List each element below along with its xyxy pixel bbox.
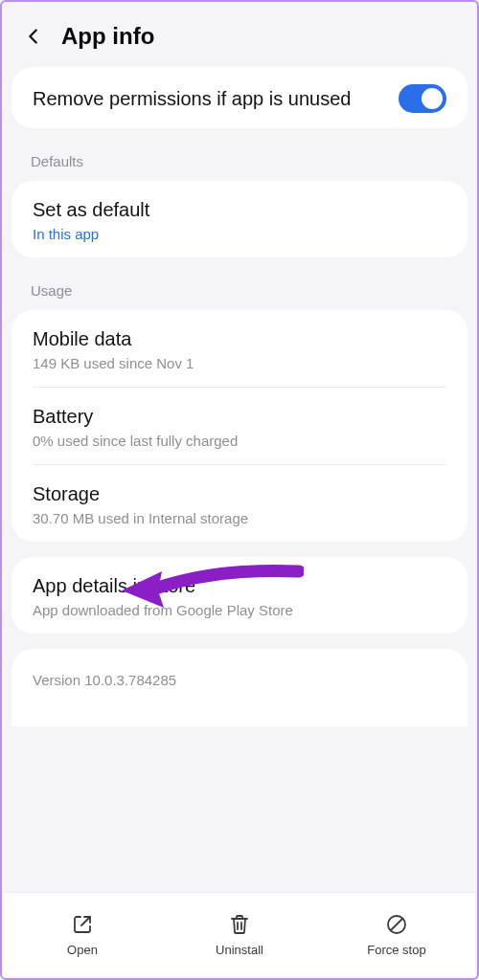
- svg-line-5: [391, 919, 402, 930]
- uninstall-button[interactable]: Uninstall: [161, 893, 318, 976]
- remove-permissions-row[interactable]: Remove permissions if app is unused: [11, 67, 468, 128]
- open-button[interactable]: Open: [4, 893, 161, 976]
- force-stop-button[interactable]: Force stop: [318, 893, 475, 976]
- version-row: Version 10.0.3.784285: [11, 649, 468, 726]
- app-details-row[interactable]: App details in store App downloaded from…: [11, 557, 468, 634]
- uninstall-label: Uninstall: [216, 943, 263, 957]
- force-stop-label: Force stop: [367, 943, 425, 957]
- page-title: App info: [61, 23, 154, 50]
- open-label: Open: [67, 943, 98, 957]
- battery-row[interactable]: Battery 0% used since last fully charged: [33, 388, 446, 465]
- version-text: Version 10.0.3.784285: [33, 672, 446, 688]
- trash-icon: [227, 912, 252, 937]
- mobile-data-row[interactable]: Mobile data 149 KB used since Nov 1: [33, 310, 446, 388]
- set-as-default-subtitle: In this app: [33, 226, 435, 242]
- app-details-subtitle: App downloaded from Google Play Store: [33, 602, 435, 618]
- app-details-title: App details in store: [33, 574, 435, 598]
- storage-title: Storage: [33, 482, 435, 506]
- set-as-default-row[interactable]: Set as default In this app: [11, 181, 468, 257]
- back-icon[interactable]: [23, 26, 44, 47]
- force-stop-icon: [384, 912, 409, 937]
- remove-permissions-toggle[interactable]: [399, 84, 446, 113]
- defaults-section-label: Defaults: [2, 144, 477, 181]
- storage-row[interactable]: Storage 30.70 MB used in Internal storag…: [33, 465, 446, 542]
- storage-subtitle: 30.70 MB used in Internal storage: [33, 510, 435, 526]
- usage-section-label: Usage: [2, 273, 477, 310]
- set-as-default-title: Set as default: [33, 198, 435, 222]
- svg-line-1: [81, 917, 90, 925]
- battery-subtitle: 0% used since last fully charged: [33, 433, 435, 449]
- remove-permissions-label: Remove permissions if app is unused: [33, 87, 387, 111]
- bottom-action-bar: Open Uninstall Force stop: [4, 892, 475, 976]
- battery-title: Battery: [33, 405, 435, 429]
- mobile-data-subtitle: 149 KB used since Nov 1: [33, 355, 435, 371]
- mobile-data-title: Mobile data: [33, 327, 435, 351]
- open-icon: [70, 912, 95, 937]
